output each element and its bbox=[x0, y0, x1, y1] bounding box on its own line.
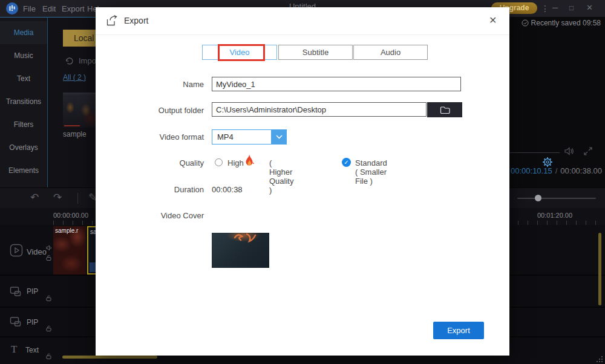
export-dialog: Export ✕ Video Subtitle Audio Name Outpu… bbox=[96, 7, 509, 356]
sidebar-item-media[interactable]: Media bbox=[0, 21, 47, 44]
quality-high-note: ( Higher Quality ) bbox=[269, 158, 293, 195]
browse-folder-button[interactable] bbox=[427, 102, 462, 117]
video-track-label: Video bbox=[27, 247, 47, 256]
quality-standard-label[interactable]: Standard ( Smaller File ) bbox=[355, 158, 387, 186]
duration-value: 00:00:38 bbox=[212, 185, 243, 194]
redo-button[interactable]: ↷ bbox=[53, 191, 62, 204]
playback-time: 00:00:10.15/00:00:38.00 bbox=[511, 166, 602, 175]
tab-audio[interactable]: Audio bbox=[353, 45, 428, 60]
sidebar-item-elements[interactable]: Elements bbox=[0, 159, 47, 182]
undo-button[interactable]: ↶ bbox=[30, 191, 39, 204]
media-item-thumbnail[interactable] bbox=[63, 93, 98, 128]
filter-all-link[interactable]: All ( 2 ) bbox=[63, 73, 86, 82]
track-lock-icon[interactable] bbox=[46, 255, 51, 261]
tab-subtitle[interactable]: Subtitle bbox=[278, 45, 353, 60]
export-icon bbox=[106, 15, 119, 27]
media-item-name: sample bbox=[63, 130, 87, 138]
text-track-label: Text bbox=[25, 346, 39, 354]
ruler-start-label: 00:00:00.00 bbox=[53, 212, 88, 219]
vertical-scrollbar[interactable] bbox=[598, 233, 601, 305]
quality-settings-gear-icon[interactable] bbox=[542, 157, 553, 167]
name-label: Name bbox=[119, 80, 204, 89]
app-window: File Edit Export Help Untitled Upgrade ⋮… bbox=[0, 0, 605, 364]
total-time: 00:00:38.00 bbox=[560, 166, 602, 175]
dialog-title: Export bbox=[124, 16, 148, 25]
chevron-down-icon bbox=[276, 135, 283, 139]
output-folder-input[interactable] bbox=[212, 102, 427, 117]
pip-track-icon bbox=[10, 286, 23, 298]
export-button[interactable]: Export bbox=[433, 322, 484, 339]
folder-icon bbox=[440, 106, 450, 114]
highlight-annotation bbox=[218, 44, 265, 61]
pip-track-icon bbox=[10, 316, 23, 328]
cover-art bbox=[212, 233, 269, 268]
sidebar-item-text[interactable]: Text bbox=[0, 67, 47, 90]
pip-track-label: PIP bbox=[27, 287, 38, 296]
video-format-label: Video format bbox=[119, 132, 204, 141]
toolbar-divider bbox=[77, 193, 78, 204]
category-sidebar: Media Music Text Transitions Filters Ove… bbox=[0, 17, 47, 187]
fire-icon bbox=[243, 154, 256, 169]
output-folder-label: Output folder bbox=[119, 106, 204, 115]
sidebar-item-music[interactable]: Music bbox=[0, 44, 47, 67]
format-dropdown-button[interactable] bbox=[272, 129, 287, 145]
resize-grip[interactable] bbox=[596, 356, 603, 363]
sidebar-item-filters[interactable]: Filters bbox=[0, 113, 47, 136]
text-track-icon: T bbox=[11, 343, 17, 356]
quality-high-label[interactable]: High bbox=[227, 158, 244, 167]
saved-check-icon bbox=[522, 19, 529, 27]
fullscreen-icon[interactable] bbox=[583, 146, 593, 156]
menu-file[interactable]: File bbox=[23, 4, 36, 13]
quality-high-radio[interactable] bbox=[215, 158, 223, 166]
save-status: Recently saved 09:58 bbox=[522, 19, 601, 27]
close-window-button[interactable]: ✕ bbox=[586, 3, 593, 12]
horizontal-scrollbar[interactable] bbox=[62, 356, 157, 359]
duration-label: Duration bbox=[119, 185, 204, 194]
speaker-icon[interactable] bbox=[564, 146, 575, 156]
import-icon bbox=[65, 57, 74, 65]
video-cover-thumbnail[interactable] bbox=[212, 233, 269, 268]
timeline-zoom-handle[interactable] bbox=[535, 195, 541, 201]
timeline-zoom-slider[interactable] bbox=[517, 198, 596, 199]
dialog-header: Export ✕ bbox=[96, 7, 509, 35]
maximize-button[interactable]: □ bbox=[569, 4, 574, 12]
dialog-close-icon[interactable]: ✕ bbox=[489, 15, 497, 26]
format-dropdown[interactable]: MP4 bbox=[212, 129, 272, 145]
minimize-button[interactable]: ─ bbox=[552, 3, 558, 12]
name-input[interactable] bbox=[212, 77, 461, 91]
pip-track-label: PIP bbox=[27, 318, 38, 327]
track-lock-icon[interactable] bbox=[46, 295, 51, 301]
timeline-clip-1[interactable]: sample.r bbox=[53, 226, 86, 275]
menu-export[interactable]: Export bbox=[62, 4, 85, 13]
ruler-mid-label: 00:01:20.00 bbox=[537, 212, 572, 219]
video-track-icon bbox=[10, 244, 23, 257]
current-time: 00:00:10.15 bbox=[511, 166, 552, 175]
sidebar-item-overlays[interactable]: Overlays bbox=[0, 136, 47, 159]
track-audio-icon[interactable] bbox=[46, 245, 53, 251]
app-logo-icon bbox=[6, 2, 18, 15]
quality-label: Quality bbox=[119, 158, 204, 167]
quality-standard-radio-checked[interactable]: ✓ bbox=[342, 158, 351, 167]
track-lock-icon[interactable] bbox=[46, 325, 51, 331]
menu-edit[interactable]: Edit bbox=[42, 4, 56, 13]
more-menu-icon[interactable]: ⋮ bbox=[541, 4, 549, 13]
track-lock-icon[interactable] bbox=[46, 353, 51, 359]
sidebar-item-transitions[interactable]: Transitions bbox=[0, 90, 47, 113]
video-cover-label: Video Cover bbox=[119, 211, 204, 220]
